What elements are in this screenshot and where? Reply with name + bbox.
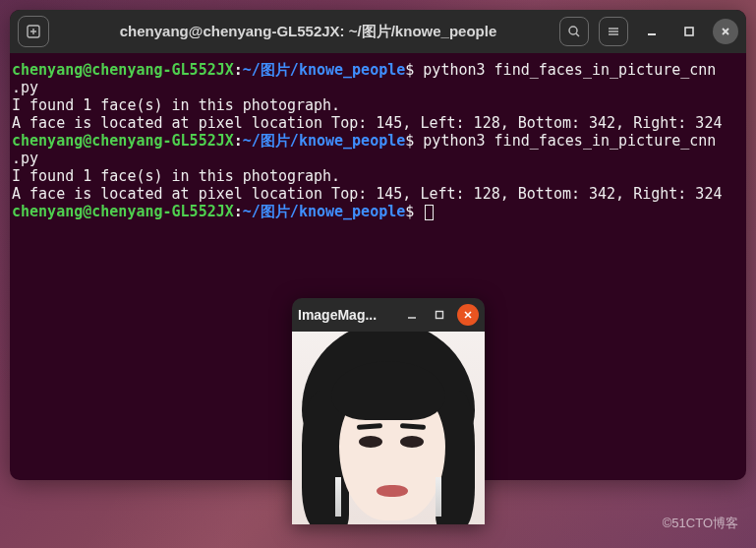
image-content[interactable] bbox=[292, 332, 485, 524]
prompt-colon: : bbox=[234, 132, 243, 150]
prompt-line: chenyang@chenyang-GL552JX:~/图片/knowe_peo… bbox=[12, 132, 746, 150]
portrait-eye bbox=[359, 436, 382, 448]
command-text: python3 find_faces_in_picture_cnn bbox=[414, 61, 716, 79]
image-minimize-button[interactable] bbox=[402, 305, 422, 325]
prompt-path: ~/图片/knowe_people bbox=[243, 61, 405, 79]
portrait-earring bbox=[436, 477, 441, 517]
new-tab-icon bbox=[27, 25, 40, 38]
search-icon bbox=[567, 25, 581, 38]
imagemagick-window: ImageMag... bbox=[292, 298, 485, 524]
minimize-icon bbox=[645, 25, 659, 38]
terminal-titlebar[interactable]: chenyang@chenyang-GL552JX: ~/图片/knowe_pe… bbox=[10, 10, 746, 53]
minimize-button[interactable] bbox=[638, 18, 666, 45]
close-icon bbox=[720, 26, 731, 37]
prompt-line: chenyang@chenyang-GL552JX:~/图片/knowe_peo… bbox=[12, 203, 746, 220]
prompt-path: ~/图片/knowe_people bbox=[243, 203, 405, 220]
close-icon bbox=[463, 310, 473, 320]
terminal-title: chenyang@chenyang-GL552JX: ~/图片/knowe_pe… bbox=[61, 23, 555, 41]
watermark: ©51CTO博客 bbox=[663, 515, 738, 532]
output-line: A face is located at pixel location Top:… bbox=[12, 185, 746, 203]
menu-button[interactable] bbox=[599, 17, 628, 46]
prompt-symbol: $ bbox=[405, 132, 414, 150]
maximize-icon bbox=[682, 25, 696, 38]
prompt-colon: : bbox=[234, 203, 243, 220]
terminal-body[interactable]: chenyang@chenyang-GL552JX:~/图片/knowe_peo… bbox=[10, 53, 746, 220]
command-wrap: .py bbox=[12, 150, 746, 167]
search-button[interactable] bbox=[559, 17, 589, 46]
new-tab-button[interactable] bbox=[18, 16, 49, 47]
prompt-symbol: $ bbox=[405, 61, 414, 79]
prompt-user: chenyang@chenyang-GL552JX bbox=[12, 61, 234, 79]
output-line: A face is located at pixel location Top:… bbox=[12, 114, 746, 132]
command-text: python3 find_faces_in_picture_cnn bbox=[414, 132, 716, 150]
prompt-user: chenyang@chenyang-GL552JX bbox=[12, 203, 234, 220]
prompt-symbol: $ bbox=[405, 203, 414, 220]
image-close-button[interactable] bbox=[457, 304, 479, 326]
cursor bbox=[425, 205, 434, 220]
portrait-eye bbox=[400, 436, 424, 448]
prompt-path: ~/图片/knowe_people bbox=[243, 132, 405, 150]
prompt-user: chenyang@chenyang-GL552JX bbox=[12, 132, 234, 150]
menu-icon bbox=[607, 25, 620, 38]
image-window-title: ImageMag... bbox=[298, 307, 394, 323]
prompt-colon: : bbox=[234, 61, 243, 79]
image-maximize-button[interactable] bbox=[430, 305, 449, 325]
portrait-earring bbox=[335, 477, 341, 517]
image-titlebar[interactable]: ImageMag... bbox=[292, 298, 485, 332]
command-wrap: .py bbox=[12, 79, 746, 96]
minimize-icon bbox=[406, 309, 418, 321]
output-line: I found 1 face(s) in this photograph. bbox=[12, 167, 746, 185]
maximize-icon bbox=[434, 309, 445, 321]
portrait-lips bbox=[377, 485, 408, 497]
svg-rect-3 bbox=[436, 312, 443, 319]
prompt-line: chenyang@chenyang-GL552JX:~/图片/knowe_peo… bbox=[12, 61, 746, 79]
svg-rect-2 bbox=[685, 28, 693, 35]
close-button[interactable] bbox=[713, 19, 738, 44]
maximize-button[interactable] bbox=[675, 18, 703, 45]
svg-point-1 bbox=[569, 27, 577, 34]
output-line: I found 1 face(s) in this photograph. bbox=[12, 96, 746, 114]
